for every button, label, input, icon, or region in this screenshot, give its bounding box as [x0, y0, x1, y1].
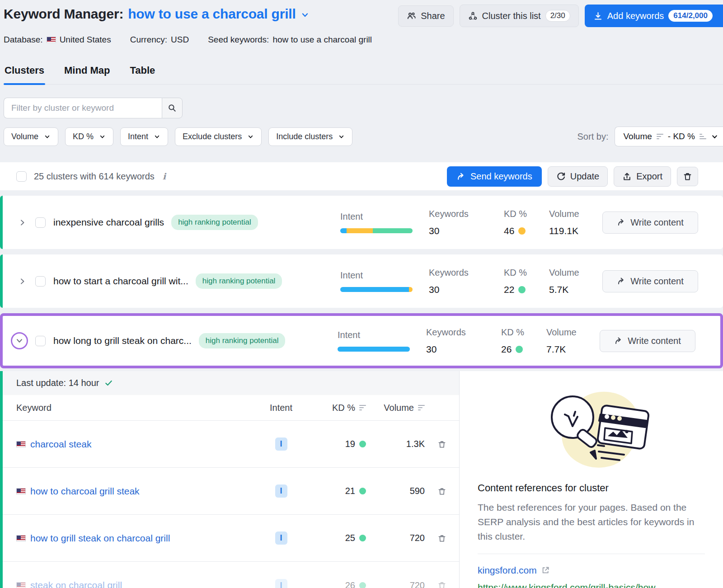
keyword-link[interactable]: steak on charcoal grill	[30, 580, 122, 588]
share-icon	[407, 11, 416, 20]
header: Keyword Manager: how to use a charcoal g…	[0, 0, 723, 146]
cluster-name[interactable]: how to start a charcoal grill wit...	[53, 276, 188, 287]
write-content-button[interactable]: Write content	[600, 330, 695, 352]
share-label: Share	[421, 11, 445, 21]
kd-dot	[516, 346, 523, 353]
cluster-checkbox[interactable]	[35, 217, 46, 228]
collapse-chevron-icon[interactable]	[11, 332, 28, 349]
keyword-row: steak on charcoal grill I 26 720	[3, 562, 459, 588]
select-all-checkbox[interactable]	[16, 171, 27, 182]
delete-keyword-button[interactable]	[425, 534, 459, 543]
delete-keyword-button[interactable]	[425, 581, 459, 588]
export-icon	[622, 172, 632, 181]
chevron-down-icon	[44, 133, 51, 140]
keyword-link[interactable]: how to grill steak on charcoal grill	[30, 533, 170, 544]
share-button[interactable]: Share	[398, 5, 453, 27]
intent-badge: I	[275, 437, 287, 451]
kd-dot	[518, 227, 526, 235]
keyword-volume: 720	[366, 580, 425, 588]
expand-chevron-icon[interactable]	[16, 275, 28, 287]
info-icon[interactable]: i	[162, 171, 166, 181]
write-content-button[interactable]: Write content	[602, 270, 698, 292]
update-button[interactable]: Update	[548, 166, 608, 187]
seed-keywords-label: Seed keywords:	[208, 35, 269, 45]
volume-label: Volume	[546, 327, 600, 338]
cluster-this-list-label: Cluster this list	[482, 11, 541, 21]
intent-badge: I	[275, 532, 287, 545]
sort-by-dropdown[interactable]: Volume - KD %	[615, 127, 723, 146]
sort-desc-icon[interactable]	[359, 405, 366, 411]
reference-url[interactable]: https://www.kingsford.com/grill-basics/h…	[460, 576, 723, 588]
kd-dot	[359, 488, 366, 494]
list-name-dropdown[interactable]: how to use a charcoal grill	[128, 6, 296, 22]
delete-keyword-button[interactable]	[425, 440, 459, 449]
write-content-button[interactable]: Write content	[602, 212, 698, 234]
kd-filter[interactable]: KD %	[65, 127, 113, 146]
forward-arrow-icon	[456, 172, 466, 181]
kd-value: 26	[501, 344, 546, 355]
cluster-this-list-button[interactable]: Cluster this list 2/30	[460, 5, 579, 27]
keyword-volume: 1.3K	[366, 439, 425, 449]
seed-keywords-value: how to use a charcoal grill	[272, 35, 372, 45]
chevron-down-icon	[247, 133, 254, 140]
database-value: United States	[60, 35, 111, 45]
volume-filter[interactable]: Volume	[4, 127, 58, 146]
keyword-link[interactable]: how to charcoal grill steak	[30, 486, 140, 497]
selection-toolbar: 25 clusters with 614 keywords i Send key…	[0, 162, 723, 190]
cluster-name[interactable]: inexpensive charcoal grills	[53, 217, 164, 228]
cluster-row-how-long-to-grill-steak: how long to grill steak on charc... high…	[0, 313, 723, 368]
export-button[interactable]: Export	[614, 166, 671, 187]
intent-filter[interactable]: Intent	[120, 127, 168, 146]
ranking-potential-badge: high ranking potential	[199, 333, 286, 348]
references-title: Content references for cluster	[478, 482, 705, 494]
cluster-keywords-table: Last update: 14 hour Keyword Intent KD %…	[3, 371, 459, 588]
delete-list-button[interactable]	[677, 167, 698, 186]
ranking-potential-badge: high ranking potential	[171, 215, 258, 230]
forward-arrow-icon	[617, 277, 626, 286]
sort-by-label: Sort by:	[577, 132, 609, 142]
volume-label: Volume	[549, 268, 602, 278]
cluster-name[interactable]: how long to grill steak on charc...	[53, 335, 192, 346]
search-input[interactable]	[4, 98, 162, 118]
cluster-checkbox[interactable]	[35, 336, 46, 346]
intent-bar	[340, 228, 413, 233]
external-link-icon[interactable]	[541, 566, 550, 574]
sort-desc-icon[interactable]	[418, 405, 425, 411]
tab-mind-map[interactable]: Mind Map	[63, 60, 111, 84]
list-meta: Database: United States Currency: USD Se…	[4, 35, 723, 45]
keywords-count: 30	[429, 284, 504, 295]
cluster-expanded-panel: Last update: 14 hour Keyword Intent KD %…	[0, 371, 723, 588]
keyword-limit-badge: 614/2,000	[668, 10, 713, 22]
add-keywords-button[interactable]: Add keywords 614/2,000	[585, 5, 723, 27]
keywords-label: Keywords	[429, 209, 504, 219]
kd-dot	[518, 286, 526, 293]
intent-label: Intent	[340, 270, 429, 281]
reference-domain-link[interactable]: kingsford.com	[478, 565, 537, 576]
send-keywords-button[interactable]: Send keywords	[447, 166, 542, 187]
expand-chevron-icon[interactable]	[16, 216, 28, 228]
chevron-down-icon	[99, 133, 106, 140]
tab-clusters[interactable]: Clusters	[4, 60, 45, 84]
search-button[interactable]	[162, 98, 183, 118]
delete-keyword-button[interactable]	[425, 487, 459, 496]
volume-value: 119.1K	[549, 226, 602, 236]
include-clusters-filter[interactable]: Include clusters	[268, 127, 352, 146]
chevron-down-icon	[711, 133, 718, 141]
keyword-link[interactable]: charcoal steak	[30, 439, 91, 450]
selection-summary: 25 clusters with 614 keywords	[34, 171, 155, 182]
chevron-down-icon[interactable]	[300, 10, 310, 19]
column-volume[interactable]: Volume	[384, 403, 414, 413]
currency-label: Currency:	[130, 35, 167, 45]
forward-arrow-icon	[614, 336, 623, 345]
last-update-text: Last update: 14 hour	[16, 378, 99, 388]
download-icon	[593, 11, 603, 21]
intent-bar	[338, 347, 410, 352]
kd-dot	[359, 441, 366, 447]
cluster-checkbox[interactable]	[35, 276, 46, 287]
column-kd[interactable]: KD %	[332, 403, 355, 413]
kd-dot	[359, 582, 366, 588]
forward-arrow-icon	[617, 218, 626, 227]
tab-table[interactable]: Table	[129, 60, 156, 84]
exclude-clusters-filter[interactable]: Exclude clusters	[175, 127, 262, 146]
volume-label: Volume	[549, 209, 602, 219]
